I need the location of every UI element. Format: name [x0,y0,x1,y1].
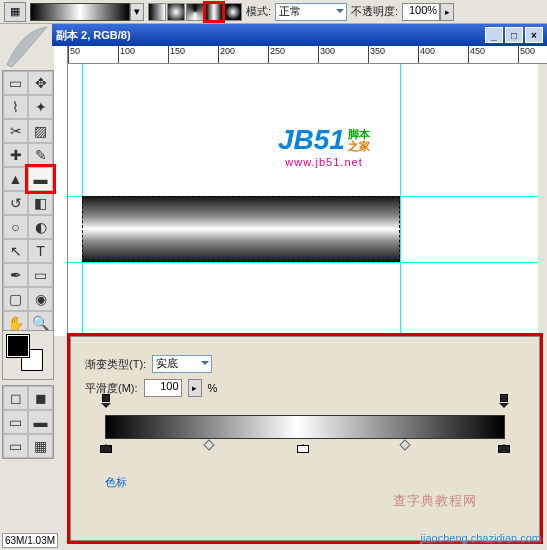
gradient-picker-arrow[interactable]: ▾ [130,3,144,21]
maximize-btn[interactable]: □ [505,27,523,43]
document-titlebar[interactable]: 副本 2, RGB/8) _ □ × [52,24,547,46]
pen-tool[interactable]: ✒ [3,263,28,287]
smoothness-arrow[interactable]: ▸ [188,379,202,397]
gradient-linear-btn[interactable] [148,3,166,21]
gradient-selection[interactable] [82,196,400,262]
type-tool[interactable]: T [28,239,53,263]
history-brush-tool[interactable]: ↺ [3,191,28,215]
shape-tool[interactable]: ▭ [28,263,53,287]
gradient-tool[interactable]: ▬ [28,167,53,191]
eraser-tool[interactable]: ◧ [28,191,53,215]
status-bar: 63M/1.03M [2,533,58,548]
watermark-2: 查字典教程网 [393,492,477,510]
smoothness-input[interactable]: 100 [144,379,182,397]
watermark-url: jiaocheng.chazidian.com [421,532,541,544]
gradient-reflected-btn[interactable] [205,3,223,21]
eyedropper-tool[interactable]: ◉ [28,287,53,311]
crop-tool[interactable]: ✂ [3,119,28,143]
quickmask-on[interactable]: ◼ [28,386,53,410]
path-select-tool[interactable]: ↖ [3,239,28,263]
minimize-btn[interactable]: _ [485,27,503,43]
dodge-tool[interactable]: ◐ [28,215,53,239]
midpoint-2[interactable] [399,439,410,450]
gradient-angle-btn[interactable] [186,3,204,21]
gradient-preview-bar[interactable] [105,415,505,439]
color-stop-left[interactable] [100,439,112,453]
quickmask-off[interactable]: ◻ [3,386,28,410]
logo-text: JB51 [278,124,345,155]
gradient-radial-btn[interactable] [167,3,185,21]
toolbox: ▭✥ ⌇✦ ✂▨ ✚✎ ▲▬ ↺◧ ○◐ ↖T ✒▭ ▢◉ ✋🔍 [2,70,54,336]
gradient-editor-panel: 渐变类型(T): 实底 平滑度(M): 100 ▸ % 色标 [70,336,540,541]
options-bar: ▦ ▾ 模式: 正常 不透明度: 100% ▸ [0,0,547,24]
document-canvas[interactable]: JB51 脚本之家 www.jb51.net [68,64,538,334]
gradient-type-group [148,3,242,21]
smoothness-label: 平滑度(M): [85,381,138,396]
color-stop-right[interactable] [498,439,510,453]
screen-mode-group: ◻◼ ▭▬ ▭▦ [2,385,54,459]
guide-vertical[interactable] [400,64,401,334]
opacity-stop-left[interactable] [101,403,111,413]
lasso-tool[interactable]: ⌇ [3,95,28,119]
gradient-bar[interactable] [105,415,505,439]
guide-horizontal[interactable] [68,262,538,263]
ruler-horizontal[interactable]: 5010015020025030035040045050055060065070… [68,46,547,64]
stamp-tool[interactable]: ▲ [3,167,28,191]
screen-std[interactable]: ▭ [3,410,28,434]
foreground-color[interactable] [7,335,29,357]
ruler-vertical[interactable] [54,46,68,336]
percent-label: % [208,382,218,394]
heal-tool[interactable]: ✚ [3,143,28,167]
color-stops-label: 色标 [105,475,525,490]
close-btn[interactable]: × [525,27,543,43]
brush-tool[interactable]: ✎ [28,143,53,167]
opacity-control: 100% ▸ [402,3,454,21]
opacity-label: 不透明度: [351,4,398,19]
gradient-type-select[interactable]: 实底 [152,355,212,373]
tool-preset-btn[interactable]: ▦ [4,2,26,22]
midpoint-1[interactable] [203,439,214,450]
app-logo-feather [2,25,52,70]
screen-full[interactable]: ▭ [3,434,28,458]
document-title: 副本 2, RGB/8) [56,28,131,43]
move-tool[interactable]: ✥ [28,71,53,95]
screen-full-menu[interactable]: ▬ [28,410,53,434]
notes-tool[interactable]: ▢ [3,287,28,311]
slice-tool[interactable]: ▨ [28,119,53,143]
blur-tool[interactable]: ○ [3,215,28,239]
wand-tool[interactable]: ✦ [28,95,53,119]
logo-url: www.jb51.net [278,156,370,168]
mode-select[interactable]: 正常 [275,3,347,21]
gradient-type-label: 渐变类型(T): [85,357,146,372]
color-swatches [2,330,54,380]
gradient-preview[interactable] [30,3,130,21]
gradient-diamond-btn[interactable] [224,3,242,21]
marquee-tool[interactable]: ▭ [3,71,28,95]
opacity-input[interactable]: 100% [402,3,440,21]
opacity-stop-right[interactable] [499,403,509,413]
imageready-btn[interactable]: ▦ [28,434,53,458]
mode-label: 模式: [246,4,271,19]
watermark-logo: JB51 脚本之家 www.jb51.net [278,124,370,168]
opacity-arrow[interactable]: ▸ [440,3,454,21]
gradient-picker[interactable]: ▾ [30,3,144,21]
color-stop-mid[interactable] [297,439,309,453]
